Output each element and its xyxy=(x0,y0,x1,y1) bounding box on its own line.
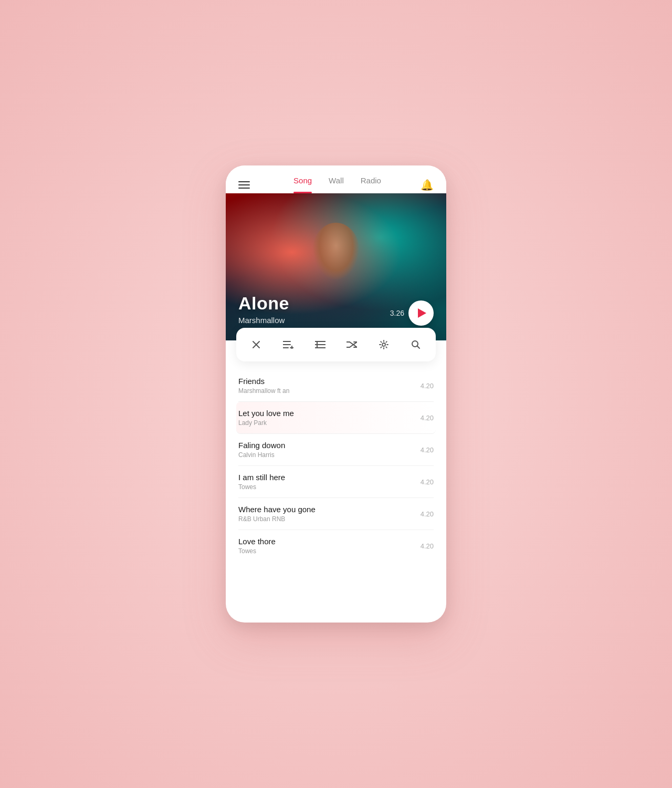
song-list: Friends Marshmallow ft an 4.20 Let you l… xyxy=(226,361,446,623)
song-artist: R&B Urban RNB xyxy=(238,515,421,523)
search-button[interactable] xyxy=(406,335,425,354)
svg-line-19 xyxy=(417,346,419,349)
song-info: Love thore Towes xyxy=(238,537,421,555)
song-title: I am still here xyxy=(238,473,421,482)
notification-bell-icon[interactable]: 🔔 xyxy=(421,179,434,191)
play-icon xyxy=(418,308,426,318)
player-toolbar xyxy=(236,328,436,361)
hero-song-title: Alone xyxy=(238,293,289,314)
song-duration: 4.20 xyxy=(421,478,434,486)
hero-section: Alone Marshmallow 3.26 xyxy=(226,193,446,340)
song-duration: 4.20 xyxy=(421,542,434,550)
song-info: I am still here Towes xyxy=(238,473,421,491)
song-title: Let you love me xyxy=(238,409,421,418)
song-info: Where have you gone R&B Urban RNB xyxy=(238,505,421,523)
phone-container: Song Wall Radio 🔔 Alone Marshmallow 3.26 xyxy=(226,165,446,623)
hero-duration: 3.26 xyxy=(390,309,404,317)
song-artist: Lady Park xyxy=(238,419,421,427)
song-list-item[interactable]: Where have you gone R&B Urban RNB 4.20 xyxy=(238,498,434,530)
song-title: Love thore xyxy=(238,537,421,546)
settings-icon xyxy=(379,340,388,349)
shuffle-button[interactable] xyxy=(342,335,361,354)
hero-play-button[interactable] xyxy=(408,300,434,326)
tab-wall[interactable]: Wall xyxy=(329,176,344,193)
song-artist: Marshmallow ft an xyxy=(238,387,421,395)
hero-text-overlay: Alone Marshmallow xyxy=(238,293,289,325)
song-artist: Calvin Harris xyxy=(238,451,421,459)
song-duration: 4.20 xyxy=(421,414,434,422)
song-title: Friends xyxy=(238,377,421,386)
close-icon xyxy=(252,340,260,349)
song-duration: 4.20 xyxy=(421,510,434,518)
tab-radio[interactable]: Radio xyxy=(361,176,381,193)
tab-song[interactable]: Song xyxy=(293,176,312,193)
song-duration: 4.20 xyxy=(421,382,434,390)
nav-tabs: Song Wall Radio xyxy=(285,176,381,193)
song-list-item[interactable]: Friends Marshmallow ft an 4.20 xyxy=(238,370,434,402)
add-playlist-icon xyxy=(283,340,293,349)
song-duration: 4.20 xyxy=(421,446,434,454)
hero-artist-name: Marshmallow xyxy=(238,316,289,325)
song-info: Friends Marshmallow ft an xyxy=(238,377,421,395)
song-info: Let you love me Lady Park xyxy=(238,409,421,427)
top-navigation: Song Wall Radio 🔔 xyxy=(226,165,446,193)
song-list-item[interactable]: Faling dowon Calvin Harris 4.20 xyxy=(238,434,434,466)
svg-point-17 xyxy=(382,343,385,346)
song-list-item[interactable]: I am still here Towes 4.20 xyxy=(238,466,434,498)
song-list-item[interactable]: Love thore Towes 4.20 xyxy=(238,530,434,562)
close-button[interactable] xyxy=(247,335,266,354)
list-view-button[interactable] xyxy=(311,335,330,354)
list-icon xyxy=(315,340,326,349)
search-icon xyxy=(411,340,421,349)
song-list-item[interactable]: Let you love me Lady Park 4.20 xyxy=(236,402,436,434)
song-artist: Towes xyxy=(238,547,421,555)
hamburger-menu-button[interactable] xyxy=(238,181,250,189)
song-info: Faling dowon Calvin Harris xyxy=(238,441,421,459)
add-playlist-button[interactable] xyxy=(279,335,298,354)
song-artist: Towes xyxy=(238,483,421,491)
settings-button[interactable] xyxy=(374,335,393,354)
song-title: Where have you gone xyxy=(238,505,421,514)
shuffle-icon xyxy=(346,340,357,349)
song-title: Faling dowon xyxy=(238,441,421,450)
